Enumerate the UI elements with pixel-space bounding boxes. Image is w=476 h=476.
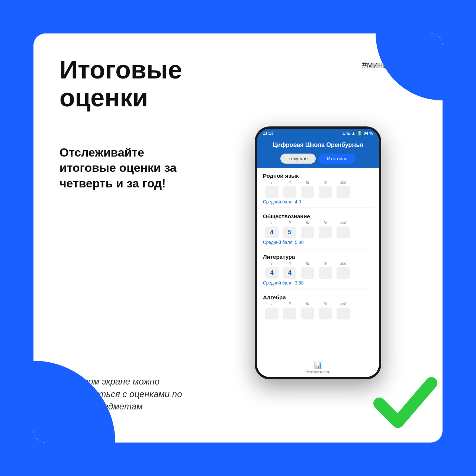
- grade-col-3: III: [299, 261, 316, 279]
- grade-col-2: II: [281, 302, 299, 319]
- subject-name-lit: Литература: [263, 254, 373, 260]
- status-battery: 94 %: [364, 131, 373, 135]
- grades-row-algebra: I II III: [263, 302, 373, 319]
- main-title: Итоговые оценки: [60, 56, 208, 112]
- tab-bar: Текущая Итоговая: [257, 154, 379, 168]
- avg-lit: Средний балл: 3,88: [263, 280, 373, 286]
- grades-nav-icon: 📊: [314, 361, 322, 369]
- label-year: год: [340, 180, 346, 184]
- divider-lit: [263, 289, 373, 289]
- grade-box-I: [265, 186, 279, 198]
- grade-box-II: 5: [283, 226, 296, 238]
- avg-obshestvo: Средний балл: 5,00: [263, 240, 373, 245]
- nav-label-grades: Успеваемость: [306, 370, 330, 374]
- tab-current[interactable]: Текущая: [280, 154, 316, 164]
- grade-col-1: I: [263, 180, 281, 198]
- nav-item-grades[interactable]: 📊 Успеваемость: [306, 361, 330, 374]
- subject-block-obshestvo: Обществознание I 4 II 5: [263, 213, 373, 248]
- label-year: год: [340, 261, 346, 266]
- label-I: I: [271, 221, 273, 225]
- subject-name-obshestvo: Обществознание: [263, 213, 373, 219]
- grade-col-year: год: [334, 180, 352, 198]
- grade-col-2: II 4: [281, 261, 299, 279]
- grade-box-year: [337, 226, 350, 238]
- label-I: I: [271, 180, 273, 184]
- grade-box-III: [301, 308, 314, 319]
- bottom-nav: 📊 Успеваемость: [257, 358, 379, 377]
- grade-box-II: [283, 308, 296, 319]
- signal-icon: ▲: [351, 131, 356, 135]
- grade-box-III: [301, 267, 314, 279]
- grade-col-1: I: [263, 302, 281, 319]
- grade-col-3: III: [299, 302, 316, 319]
- subject-block-rodnoy: Родной язык I II: [263, 173, 373, 208]
- phone-screen: 11:13 LTE ▲ 🔋 94 % Цифровая Школа Оренбу…: [257, 129, 379, 377]
- grade-box-IV: [319, 267, 332, 279]
- label-IV: IV: [324, 302, 327, 306]
- grade-col-2: II 5: [281, 221, 299, 238]
- grade-box-III: [301, 186, 314, 198]
- label-II: II: [289, 221, 291, 225]
- battery-icon: 🔋: [357, 131, 362, 136]
- subject-block-algebra: Алгебра I II: [263, 294, 373, 319]
- grade-col-year: год: [334, 221, 352, 238]
- app-header: Цифровая Школа Оренбуржья: [257, 138, 379, 154]
- label-II: II: [289, 302, 291, 306]
- status-right: LTE ▲ 🔋 94 %: [342, 131, 373, 136]
- grade-box-I: 4: [265, 226, 279, 238]
- subtitle-text: Отслеживайте итоговые оценки за четверть…: [60, 145, 201, 192]
- grade-col-3: III: [299, 180, 316, 198]
- divider-obshestvo: [263, 248, 373, 248]
- status-signal: LTE: [342, 131, 350, 135]
- grade-col-2: II: [281, 180, 299, 198]
- grade-box-I: 4: [265, 267, 279, 279]
- grade-box-year: [337, 308, 350, 319]
- subject-block-lit: Литература I 4 II 4: [263, 254, 373, 289]
- grade-box-IV: [319, 226, 332, 238]
- label-I: I: [271, 261, 273, 266]
- grade-box-II: [283, 186, 296, 198]
- grade-col-year: год: [334, 261, 352, 279]
- status-time: 11:13: [263, 131, 273, 135]
- grade-box-year: [337, 186, 350, 198]
- phone-wrapper: 11:13 LTE ▲ 🔋 94 % Цифровая Школа Оренбу…: [216, 123, 420, 420]
- screen-content: Родной язык I II: [257, 168, 379, 358]
- grade-box-III: [301, 226, 314, 238]
- label-IV: IV: [324, 221, 327, 225]
- grade-col-4: IV: [316, 261, 334, 279]
- content-area: Отслеживайте итоговые оценки за четверть…: [60, 123, 420, 420]
- checkmark-decoration: [372, 376, 439, 431]
- grade-col-year: год: [334, 302, 352, 319]
- label-II: II: [289, 180, 291, 184]
- grade-col-4: IV: [316, 221, 334, 238]
- phone-mockup: 11:13 LTE ▲ 🔋 94 % Цифровая Школа Оренбу…: [255, 126, 381, 379]
- grade-box-IV: [319, 186, 332, 198]
- label-II: II: [289, 261, 291, 266]
- grades-row-obshestvo: I 4 II 5 III: [263, 221, 373, 238]
- subject-name-rodnoy: Родной язык: [263, 173, 373, 179]
- grades-row-rodnoy: I II III: [263, 180, 373, 198]
- label-III: III: [306, 180, 309, 184]
- grade-box-IV: [319, 308, 332, 319]
- grades-row-lit: I 4 II 4 III: [263, 261, 373, 279]
- label-III: III: [306, 302, 309, 306]
- label-year: год: [340, 302, 346, 306]
- main-card: Итоговые оценки #минцифра56 Отслеживайте…: [33, 33, 443, 443]
- label-IV: IV: [324, 261, 327, 266]
- label-year: год: [340, 221, 346, 225]
- grade-col-4: IV: [316, 180, 334, 198]
- grade-col-1: I 4: [263, 261, 281, 279]
- label-I: I: [271, 302, 273, 306]
- label-III: III: [306, 261, 309, 266]
- grade-col-4: IV: [316, 302, 334, 319]
- subject-name-algebra: Алгебра: [263, 294, 373, 300]
- avg-rodnoy: Средний балл: 4.0: [263, 199, 373, 205]
- label-IV: IV: [324, 180, 327, 184]
- grade-box-II: 4: [283, 267, 296, 279]
- divider-rodnoy: [263, 208, 373, 208]
- card-header: Итоговые оценки #минцифра56: [60, 56, 420, 112]
- label-III: III: [306, 221, 309, 225]
- grade-box-I: [265, 308, 279, 319]
- status-bar: 11:13 LTE ▲ 🔋 94 %: [257, 129, 379, 138]
- tab-final[interactable]: Итоговая: [319, 154, 356, 164]
